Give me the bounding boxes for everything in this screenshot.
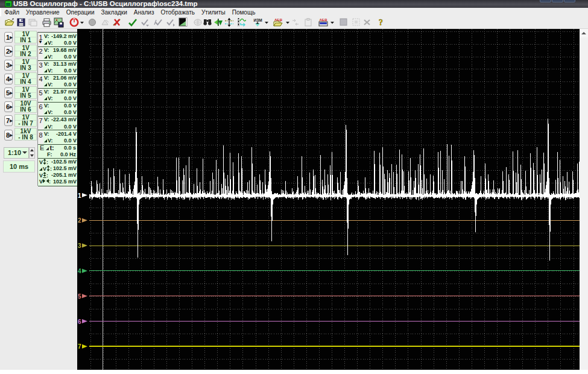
svg-text:1: 1 — [78, 192, 81, 199]
svg-text:АБВ: АБВ — [320, 18, 328, 22]
svg-text:6: 6 — [78, 319, 81, 325]
svg-text:АБВ: АБВ — [274, 18, 283, 22]
svg-text:2: 2 — [78, 217, 81, 224]
svg-text:3: 3 — [78, 242, 81, 249]
svg-text:5: 5 — [78, 293, 81, 300]
svg-text:7: 7 — [78, 343, 81, 350]
svg-text:ИЗМ: ИЗМ — [254, 18, 262, 22]
svg-text:4: 4 — [78, 268, 81, 274]
svg-text:?: ? — [379, 18, 383, 27]
